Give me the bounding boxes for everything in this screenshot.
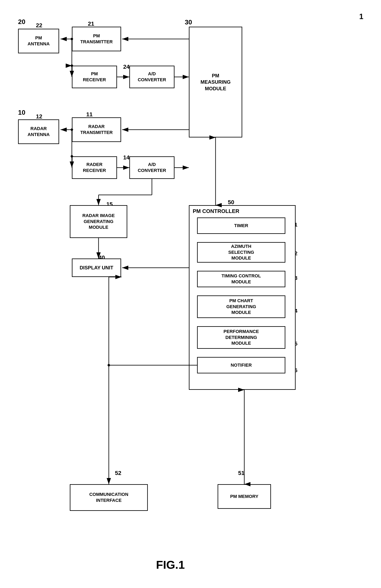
performance-determining-box: PERFORMANCE DETERMINING MODULE xyxy=(197,326,285,349)
svg-point-29 xyxy=(108,364,110,366)
ref-50: 50 xyxy=(228,199,234,206)
figure-label: FIG.1 xyxy=(156,558,185,571)
diagram: 20 22 21 23 24 30 1 10 12 11 13 14 15 40… xyxy=(0,0,381,588)
pm-memory-box: PM MEMORY xyxy=(218,484,271,509)
ref-52: 52 xyxy=(115,470,121,476)
ref-21: 21 xyxy=(88,21,94,27)
rader-receiver-box: RADER RECEIVER xyxy=(72,156,117,179)
radar-transmitter-box: RADAR TRANSMITTER xyxy=(72,117,121,142)
azimuth-selecting-box: AZIMUTH SELECTING MODULE xyxy=(197,242,285,263)
ref-11: 11 xyxy=(86,111,92,118)
ref-12: 12 xyxy=(36,113,42,120)
radar-image-generating-box: RADAR IMAGE GENERATING MODULE xyxy=(70,205,127,238)
ref-30: 30 xyxy=(185,19,192,26)
timing-control-box: TIMING CONTROL MODULE xyxy=(197,271,285,287)
ref-22: 22 xyxy=(36,22,42,29)
notifier-box: NOTIFIER xyxy=(197,357,285,373)
communication-interface-box: COMMUNICATION INTERFACE xyxy=(70,484,148,511)
pm-antenna-box: PM ANTENNA xyxy=(18,29,59,53)
pm-measuring-module-box: PM MEASURING MODULE xyxy=(189,27,242,137)
timer-box: TIMER xyxy=(197,217,285,234)
pm-transmitter-box: PM TRANSMITTER xyxy=(72,27,121,51)
display-unit-box: DISPLAY UNIT xyxy=(72,258,121,277)
ad-converter-top-box: A/D CONVERTER xyxy=(129,66,175,88)
pm-receiver-box: PM RECEIVER xyxy=(72,66,117,88)
radar-antenna-box: RADAR ANTENNA xyxy=(18,119,59,144)
ref-51: 51 xyxy=(238,470,245,476)
ad-converter-bottom-box: A/D CONVERTER xyxy=(129,156,175,179)
ref-10: 10 xyxy=(18,109,25,116)
ref-24: 24 xyxy=(123,63,130,70)
ref-1: 1 xyxy=(359,12,363,21)
ref-20: 20 xyxy=(18,18,25,26)
ref-14: 14 xyxy=(123,154,130,161)
pm-chart-generating-box: PM CHART GENERATING MODULE xyxy=(197,295,285,318)
